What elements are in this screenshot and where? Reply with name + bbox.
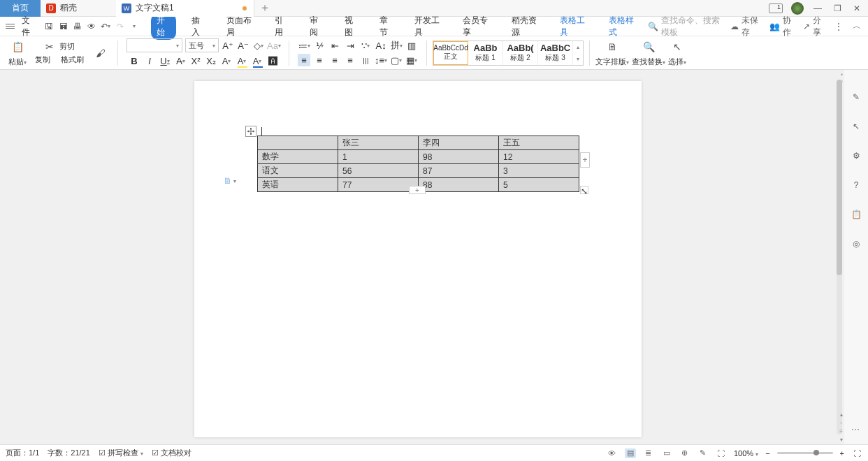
cut-button[interactable]: ✂剪切 [44,41,75,52]
outline-view-icon[interactable]: ≣ [643,448,654,458]
increase-indent-button[interactable]: ⇥ [344,39,356,52]
clear-format-button[interactable]: ◇▾ [252,39,265,52]
table-resize-handle[interactable]: ⤡ [580,186,588,194]
decrease-font-button[interactable]: A⁻ [237,39,249,52]
style-normal[interactable]: AaBbCcDd正文 [433,41,468,65]
style-heading2[interactable]: AaBb(标题 2 [503,41,538,65]
char-border-button[interactable]: 🅰 [266,54,279,67]
zoom-in-button[interactable]: + [840,449,844,458]
align-justify-button[interactable]: ≡ [344,54,356,66]
text-direction-button[interactable]: A↕ [375,39,387,52]
doc-proof-toggle[interactable]: ☑ 文档校对 [152,448,191,458]
search-input[interactable]: 🔍 查找命令、搜索模板 [648,15,728,38]
scroll-page-icon[interactable]: ◦ [840,420,842,426]
document-table[interactable]: 张三 李四 王五 数学 1 98 12 语文 56 87 3 英语 77 88 … [257,136,579,192]
undo-icon[interactable]: ↶▾ [100,20,111,33]
italic-button[interactable]: I [143,54,156,67]
sort-button[interactable]: ∵▾ [359,39,372,52]
add-row-button[interactable]: + [409,186,426,194]
print-preview-icon[interactable]: 👁 [86,20,97,33]
increase-font-button[interactable]: A⁺ [222,39,234,52]
web-view-icon[interactable]: ⊕ [679,448,690,458]
hamburger-icon[interactable] [6,24,15,29]
tab-review[interactable]: 审阅 [304,13,329,40]
share-button[interactable]: ↗分享 [803,15,826,38]
style-more-button[interactable]: ▴▾ [573,41,583,65]
tab-member[interactable]: 会员专享 [457,13,496,40]
save-as-icon[interactable]: 🖬 [58,20,69,33]
tab-section[interactable]: 章节 [374,13,399,40]
tab-document[interactable]: W 文字文稿1 [116,0,254,17]
align-center-button[interactable]: ≡ [313,54,326,66]
page-insert-icon[interactable]: 🗎▾ [224,176,236,186]
dual-view-icon[interactable] [769,3,783,13]
style-heading3[interactable]: AaBbC标题 3 [538,41,573,65]
format-painter-button[interactable]: 格式刷 [61,54,84,65]
text-effect-button[interactable]: A▾ [220,54,233,67]
scroll-down-icon[interactable]: ▾ [840,437,843,443]
tab-tablestyle[interactable]: 表格样式 [603,13,642,40]
align-left-button[interactable]: ≡ [298,54,310,66]
tab-pagelayout[interactable]: 页面布局 [221,13,260,40]
phonetic-button[interactable]: 拼▾ [390,39,403,52]
fit-width-icon[interactable]: ⛶ [716,448,727,458]
font-size-select[interactable]: 五号▾ [185,38,219,52]
select-button[interactable]: ↖ 选择▾ [668,38,686,67]
columns-button[interactable]: ▥ [405,39,418,52]
line-spacing-button[interactable]: ↕≡▾ [375,54,387,66]
strikethrough-button[interactable]: A̶▾ [174,54,187,67]
align-right-button[interactable]: ≡ [328,54,341,66]
add-column-button[interactable]: + [580,152,590,168]
bold-button[interactable]: B [128,54,140,67]
shading-button[interactable]: ▢▾ [390,54,403,66]
underline-button[interactable]: U▾ [159,54,171,67]
save-icon[interactable]: 🖫 [43,20,55,33]
tab-docer[interactable]: D 稻壳 [41,0,116,17]
unsaved-status[interactable]: ☁未保存 [730,15,762,38]
tab-resources[interactable]: 稻壳资源 [506,13,545,40]
minimize-button[interactable]: — [812,3,823,13]
highlight-view-icon[interactable]: ✎ [697,448,709,458]
subscript-button[interactable]: X₂ [205,54,217,67]
spellcheck-toggle[interactable]: ☑ 拼写检查 ▾ [99,448,143,458]
tab-view[interactable]: 视图 [339,13,364,40]
decrease-indent-button[interactable]: ⇤ [328,39,341,52]
vertical-scrollbar[interactable]: ▪▫ ▴ ◦ ≡ ▾ [834,70,844,444]
close-button[interactable]: ✕ [851,3,862,13]
help-icon[interactable]: ? [850,179,862,191]
font-color-button[interactable]: A▾ [251,54,263,67]
print-icon[interactable]: 🖶 [72,20,83,33]
collapse-ribbon-icon[interactable]: ︿ [851,20,862,33]
numbering-button[interactable]: ⅟▾ [313,39,326,52]
clipboard-icon[interactable]: 📋 [850,208,862,221]
tab-devtools[interactable]: 开发工具 [409,13,448,40]
word-count[interactable]: 字数：21/21 [48,448,90,458]
reading-view-icon[interactable]: ▭ [661,448,672,458]
side-more-icon[interactable]: ⋯ [851,425,861,434]
more-menu-icon[interactable]: ⋮ [833,20,844,33]
menu-file[interactable]: 文件 [22,15,37,38]
zoom-slider[interactable] [777,452,833,454]
text-layout-button[interactable]: 🗎 文字排版▾ [595,38,629,67]
location-icon[interactable]: ◎ [850,237,862,250]
pencil-icon[interactable]: ✎ [850,91,862,103]
table-move-handle[interactable] [245,126,256,137]
tab-reference[interactable]: 引用 [269,13,294,40]
scrollbar-thumb[interactable] [837,80,842,275]
font-name-select[interactable]: ▾ [126,38,182,52]
zoom-out-button[interactable]: − [765,449,769,458]
find-replace-button[interactable]: 🔍 查找替换▾ [632,38,665,67]
scroll-up-icon[interactable]: ▴ [840,411,843,418]
highlight-button[interactable]: A▾ [236,54,248,67]
paste-button[interactable]: 📋 粘贴▾ [8,38,27,67]
pointer-icon[interactable]: ↖ [850,120,862,133]
bullets-button[interactable]: ≔▾ [298,39,310,52]
style-heading1[interactable]: AaBb标题 1 [468,41,503,65]
tab-insert[interactable]: 插入 [186,13,211,40]
zoom-level[interactable]: 100% ▾ [734,449,758,458]
eye-icon[interactable]: 👁 [607,448,618,458]
collab-button[interactable]: 👥协作 [769,15,796,38]
page-status[interactable]: 页面：1/1 [6,448,39,458]
maximize-button[interactable]: ❐ [832,3,843,13]
distribute-button[interactable]: ⫼ [359,54,372,66]
